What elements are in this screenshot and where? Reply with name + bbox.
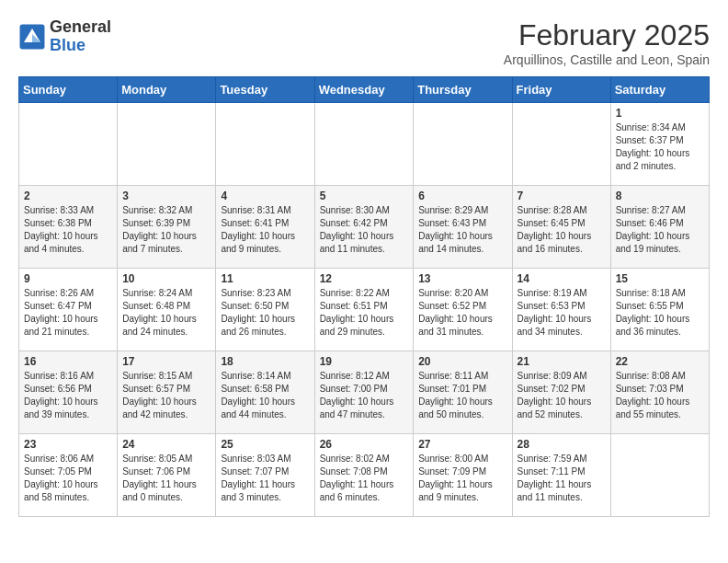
day-number: 27	[418, 438, 506, 451]
day-info: Sunrise: 8:00 AM Sunset: 7:09 PM Dayligh…	[418, 453, 506, 504]
calendar-cell: 3Sunrise: 8:32 AM Sunset: 6:39 PM Daylig…	[118, 186, 216, 269]
calendar-cell: 1Sunrise: 8:34 AM Sunset: 6:37 PM Daylig…	[610, 103, 709, 186]
calendar-cell: 18Sunrise: 8:14 AM Sunset: 6:58 PM Dayli…	[216, 351, 314, 434]
calendar-cell: 13Sunrise: 8:20 AM Sunset: 6:52 PM Dayli…	[414, 269, 512, 351]
day-number: 15	[616, 272, 704, 285]
day-number: 12	[320, 272, 409, 285]
calendar-cell: 20Sunrise: 8:11 AM Sunset: 7:01 PM Dayli…	[414, 351, 512, 434]
calendar-cell: 25Sunrise: 8:03 AM Sunset: 7:07 PM Dayli…	[216, 434, 314, 517]
col-header-wednesday: Wednesday	[314, 77, 414, 103]
month-title: February 2025	[504, 18, 710, 52]
calendar-cell: 5Sunrise: 8:30 AM Sunset: 6:42 PM Daylig…	[314, 186, 414, 269]
day-info: Sunrise: 8:19 AM Sunset: 6:53 PM Dayligh…	[518, 287, 606, 339]
day-info: Sunrise: 8:03 AM Sunset: 7:07 PM Dayligh…	[221, 453, 309, 504]
day-number: 11	[221, 272, 309, 285]
day-info: Sunrise: 8:09 AM Sunset: 7:02 PM Dayligh…	[518, 370, 606, 421]
col-header-tuesday: Tuesday	[216, 77, 314, 103]
calendar-cell: 15Sunrise: 8:18 AM Sunset: 6:55 PM Dayli…	[610, 269, 709, 351]
day-number: 14	[518, 272, 606, 285]
week-row-3: 16Sunrise: 8:16 AM Sunset: 6:56 PM Dayli…	[19, 351, 710, 434]
day-number: 3	[122, 190, 210, 202]
day-number: 19	[320, 355, 409, 368]
day-number: 20	[418, 355, 506, 368]
calendar-cell	[19, 103, 118, 186]
calendar-cell: 21Sunrise: 8:09 AM Sunset: 7:02 PM Dayli…	[512, 351, 610, 434]
calendar-cell: 27Sunrise: 8:00 AM Sunset: 7:09 PM Dayli…	[414, 434, 512, 517]
location: Arquillinos, Castille and Leon, Spain	[504, 52, 710, 67]
calendar-cell	[610, 434, 709, 517]
day-info: Sunrise: 8:11 AM Sunset: 7:01 PM Dayligh…	[418, 370, 506, 421]
col-header-monday: Monday	[118, 77, 216, 103]
calendar-cell: 7Sunrise: 8:28 AM Sunset: 6:45 PM Daylig…	[512, 186, 610, 269]
calendar-cell: 22Sunrise: 8:08 AM Sunset: 7:03 PM Dayli…	[610, 351, 709, 434]
day-info: Sunrise: 8:27 AM Sunset: 6:46 PM Dayligh…	[616, 204, 704, 256]
day-info: Sunrise: 8:12 AM Sunset: 7:00 PM Dayligh…	[320, 370, 409, 421]
day-info: Sunrise: 8:02 AM Sunset: 7:08 PM Dayligh…	[320, 453, 409, 504]
col-header-saturday: Saturday	[610, 77, 709, 103]
calendar-cell: 16Sunrise: 8:16 AM Sunset: 6:56 PM Dayli…	[19, 351, 118, 434]
calendar-cell: 23Sunrise: 8:06 AM Sunset: 7:05 PM Dayli…	[19, 434, 118, 517]
day-number: 1	[616, 107, 704, 120]
day-number: 10	[122, 272, 210, 285]
calendar-table: SundayMondayTuesdayWednesdayThursdayFrid…	[18, 76, 710, 517]
day-info: Sunrise: 8:18 AM Sunset: 6:55 PM Dayligh…	[616, 287, 704, 339]
calendar-cell: 10Sunrise: 8:24 AM Sunset: 6:48 PM Dayli…	[118, 269, 216, 351]
calendar-cell: 12Sunrise: 8:22 AM Sunset: 6:51 PM Dayli…	[314, 269, 414, 351]
calendar-cell	[414, 103, 512, 186]
day-number: 5	[320, 190, 409, 202]
week-row-0: 1Sunrise: 8:34 AM Sunset: 6:37 PM Daylig…	[19, 103, 710, 186]
calendar-cell: 26Sunrise: 8:02 AM Sunset: 7:08 PM Dayli…	[314, 434, 414, 517]
logo: General Blue	[18, 18, 111, 55]
calendar-cell: 17Sunrise: 8:15 AM Sunset: 6:57 PM Dayli…	[118, 351, 216, 434]
day-number: 21	[518, 355, 606, 368]
calendar-cell	[512, 103, 610, 186]
day-number: 22	[616, 355, 704, 368]
day-number: 28	[518, 438, 606, 451]
day-number: 4	[221, 190, 309, 202]
day-number: 2	[24, 190, 112, 202]
day-info: Sunrise: 8:16 AM Sunset: 6:56 PM Dayligh…	[24, 370, 112, 421]
day-info: Sunrise: 8:22 AM Sunset: 6:51 PM Dayligh…	[320, 287, 409, 339]
day-info: Sunrise: 8:15 AM Sunset: 6:57 PM Dayligh…	[122, 370, 210, 421]
day-number: 24	[122, 438, 210, 451]
day-info: Sunrise: 8:24 AM Sunset: 6:48 PM Dayligh…	[122, 287, 210, 339]
calendar-cell: 2Sunrise: 8:33 AM Sunset: 6:38 PM Daylig…	[19, 186, 118, 269]
day-number: 25	[221, 438, 309, 451]
calendar-cell: 9Sunrise: 8:26 AM Sunset: 6:47 PM Daylig…	[19, 269, 118, 351]
calendar-cell: 6Sunrise: 8:29 AM Sunset: 6:43 PM Daylig…	[414, 186, 512, 269]
day-number: 8	[616, 190, 704, 202]
logo-text: General Blue	[50, 18, 111, 55]
day-info: Sunrise: 7:59 AM Sunset: 7:11 PM Dayligh…	[518, 453, 606, 504]
calendar-cell: 24Sunrise: 8:05 AM Sunset: 7:06 PM Dayli…	[118, 434, 216, 517]
day-number: 18	[221, 355, 309, 368]
calendar-cell	[314, 103, 414, 186]
calendar-cell	[216, 103, 314, 186]
calendar-cell: 14Sunrise: 8:19 AM Sunset: 6:53 PM Dayli…	[512, 269, 610, 351]
day-number: 23	[24, 438, 112, 451]
col-header-thursday: Thursday	[414, 77, 512, 103]
day-info: Sunrise: 8:26 AM Sunset: 6:47 PM Dayligh…	[24, 287, 112, 339]
day-info: Sunrise: 8:29 AM Sunset: 6:43 PM Dayligh…	[418, 204, 506, 256]
day-info: Sunrise: 8:30 AM Sunset: 6:42 PM Dayligh…	[320, 204, 409, 256]
week-row-2: 9Sunrise: 8:26 AM Sunset: 6:47 PM Daylig…	[19, 269, 710, 351]
day-number: 13	[418, 272, 506, 285]
day-info: Sunrise: 8:14 AM Sunset: 6:58 PM Dayligh…	[221, 370, 309, 421]
day-info: Sunrise: 8:20 AM Sunset: 6:52 PM Dayligh…	[418, 287, 506, 339]
day-info: Sunrise: 8:33 AM Sunset: 6:38 PM Dayligh…	[24, 204, 112, 256]
day-info: Sunrise: 8:23 AM Sunset: 6:50 PM Dayligh…	[221, 287, 309, 339]
day-info: Sunrise: 8:28 AM Sunset: 6:45 PM Dayligh…	[518, 204, 606, 256]
day-info: Sunrise: 8:05 AM Sunset: 7:06 PM Dayligh…	[122, 453, 210, 504]
day-number: 16	[24, 355, 112, 368]
col-header-friday: Friday	[512, 77, 610, 103]
day-number: 26	[320, 438, 409, 451]
day-info: Sunrise: 8:06 AM Sunset: 7:05 PM Dayligh…	[24, 453, 112, 504]
day-info: Sunrise: 8:32 AM Sunset: 6:39 PM Dayligh…	[122, 204, 210, 256]
day-number: 9	[24, 272, 112, 285]
day-info: Sunrise: 8:31 AM Sunset: 6:41 PM Dayligh…	[221, 204, 309, 256]
calendar-header-row: SundayMondayTuesdayWednesdayThursdayFrid…	[19, 77, 710, 103]
week-row-4: 23Sunrise: 8:06 AM Sunset: 7:05 PM Dayli…	[19, 434, 710, 517]
calendar-cell: 4Sunrise: 8:31 AM Sunset: 6:41 PM Daylig…	[216, 186, 314, 269]
day-number: 7	[518, 190, 606, 202]
calendar-cell: 28Sunrise: 7:59 AM Sunset: 7:11 PM Dayli…	[512, 434, 610, 517]
calendar-cell	[118, 103, 216, 186]
